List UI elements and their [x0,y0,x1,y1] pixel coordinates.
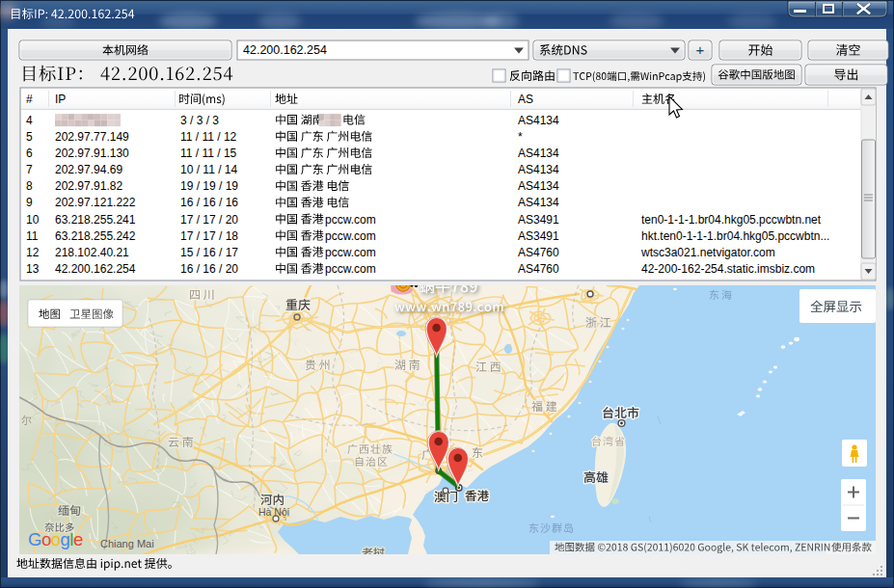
svg-text:pccw.com: pccw.com [325,229,376,243]
svg-text:AS4134: AS4134 [518,179,559,193]
svg-text:17 / 17 / 18: 17 / 17 / 18 [180,229,238,243]
svg-text:AS3491: AS3491 [518,213,559,227]
svg-text:pccw.com: pccw.com [325,213,376,227]
svg-text:AS: AS [518,93,533,106]
svg-text:7: 7 [26,163,33,176]
svg-text:202.97.91.82: 202.97.91.82 [55,179,122,193]
svg-text:AS4134: AS4134 [518,147,559,160]
svg-text:4: 4 [26,114,33,127]
svg-text:6: 6 [26,147,33,160]
svg-text:10 / 11 / 14: 10 / 11 / 14 [180,163,237,176]
svg-text:11: 11 [26,229,39,243]
svg-text:AS3491: AS3491 [518,229,559,243]
svg-text:17 / 17 / 20: 17 / 17 / 20 [180,213,238,227]
svg-text:12: 12 [26,246,40,259]
svg-text:Chiang Mai: Chiang Mai [100,538,154,549]
svg-text:#: # [26,93,33,106]
svg-text:15 / 16 / 17: 15 / 16 / 17 [180,246,238,259]
svg-text:Google: Google [28,529,83,549]
svg-text:13: 13 [26,262,40,276]
svg-text:*: * [518,130,523,144]
svg-text:63.218.255.241: 63.218.255.241 [55,213,136,227]
svg-text:IP: IP [55,93,66,106]
svg-text:42.200.162.254: 42.200.162.254 [55,262,136,276]
svg-text:wtsc3a021.netvigator.com: wtsc3a021.netvigator.com [640,246,775,259]
svg-text:202.97.91.130: 202.97.91.130 [55,147,129,160]
svg-text:202.97.94.69: 202.97.94.69 [55,163,122,176]
svg-text:pccw.com: pccw.com [325,262,376,276]
svg-text:218.102.40.21: 218.102.40.21 [55,246,129,259]
svg-text:63.218.255.242: 63.218.255.242 [55,229,136,243]
svg-text:11 / 11 / 12: 11 / 11 / 12 [180,130,237,144]
svg-text:8: 8 [26,179,33,193]
svg-text:202.97.121.222: 202.97.121.222 [55,196,136,209]
svg-text:3 / 3 / 3: 3 / 3 / 3 [180,114,219,127]
svg-text:42.200.162.254: 42.200.162.254 [243,43,327,57]
svg-text:5: 5 [26,130,33,144]
svg-text:9: 9 [26,196,33,209]
svg-text:202.97.77.149: 202.97.77.149 [55,130,129,144]
svg-text:19 / 19 / 19: 19 / 19 / 19 [180,179,238,193]
svg-text:ten0-1-1-1.br04.hkg05.pccwbtn.: ten0-1-1-1.br04.hkg05.pccwbtn.net [641,213,822,227]
svg-text:AS4760: AS4760 [518,246,559,259]
svg-text:AS4134: AS4134 [518,163,559,176]
svg-text:10: 10 [26,213,40,227]
svg-text:AS4134: AS4134 [518,196,559,209]
svg-text:+: + [696,41,705,58]
svg-text:16 / 16 / 16: 16 / 16 / 16 [180,196,238,209]
svg-text:AS4134: AS4134 [518,114,559,127]
svg-text:42-200-162-254.static.imsbiz.c: 42-200-162-254.static.imsbiz.com [641,262,815,276]
svg-text:11 / 11 / 15: 11 / 11 / 15 [180,147,237,160]
svg-text:AS4760: AS4760 [518,262,559,276]
svg-text:16 / 16 / 20: 16 / 16 / 20 [180,262,238,276]
svg-text:hkt.ten0-1-1-1.br04.hkg05.pccw: hkt.ten0-1-1-1.br04.hkg05.pccwbtn... [641,229,829,243]
svg-text:pccw.com: pccw.com [325,246,376,259]
